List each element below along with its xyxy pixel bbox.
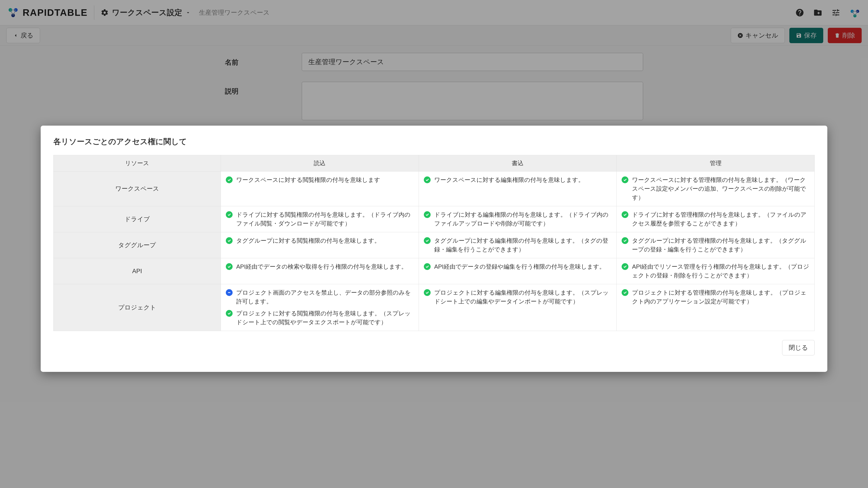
permission-item: API経由でリソース管理を行う権限の付与を意味します。（プロジェクトの登録・削除… xyxy=(622,262,809,280)
minus-icon xyxy=(226,289,232,296)
check-icon xyxy=(424,263,431,270)
modal-title: 各リソースごとのアクセス権に関して xyxy=(53,136,815,147)
permission-item: ドライブに対する閲覧権限の付与を意味します。（ドライブ内のファイル閲覧・ダウンロ… xyxy=(226,210,414,228)
check-icon xyxy=(424,176,431,183)
write-cell: ドライブに対する編集権限の付与を意味します。（ドライブ内のファイルアップロードや… xyxy=(418,206,617,232)
permission-item: タググループに対する編集権限の付与を意味します。（タグの登録・編集を行うことがで… xyxy=(424,236,612,254)
check-icon xyxy=(622,237,628,244)
read-cell: ドライブに対する閲覧権限の付与を意味します。（ドライブ内のファイル閲覧・ダウンロ… xyxy=(221,206,419,232)
check-icon xyxy=(226,211,232,218)
read-cell: ワークスペースに対する閲覧権限の付与を意味します xyxy=(221,171,419,206)
resource-cell: ワークスペース xyxy=(54,171,221,206)
resource-cell: API xyxy=(54,258,221,284)
read-cell: タググループに対する閲覧権限の付与を意味します。 xyxy=(221,232,419,258)
close-button[interactable]: 閉じる xyxy=(782,340,815,355)
read-cell: プロジェクト画面のアクセスを禁止し、データの部分参照のみを許可します。プロジェク… xyxy=(221,284,419,331)
col-read: 読込 xyxy=(221,155,419,171)
check-icon xyxy=(622,176,628,183)
table-row: ドライブドライブに対する閲覧権限の付与を意味します。（ドライブ内のファイル閲覧・… xyxy=(54,206,815,232)
check-icon xyxy=(424,237,431,244)
admin-cell: ドライブに対する管理権限の付与を意味します。（ファイルのアクセス履歴を参照するこ… xyxy=(617,206,815,232)
permission-item: プロジェクト画面のアクセスを禁止し、データの部分参照のみを許可します。 xyxy=(226,288,414,306)
permission-item: API経由でデータの登録や編集を行う権限の付与を意味します。 xyxy=(424,262,612,271)
col-write: 書込 xyxy=(418,155,617,171)
resource-cell: タググループ xyxy=(54,232,221,258)
permission-item: API経由でデータの検索や取得を行う権限の付与を意味します。 xyxy=(226,262,414,271)
check-icon xyxy=(622,263,628,270)
write-cell: タググループに対する編集権限の付与を意味します。（タグの登録・編集を行うことがで… xyxy=(418,232,617,258)
permission-item: タググループに対する閲覧権限の付与を意味します。 xyxy=(226,236,414,245)
resource-cell: ドライブ xyxy=(54,206,221,232)
table-row: タググループタググループに対する閲覧権限の付与を意味します。タググループに対する… xyxy=(54,232,815,258)
permission-item: ワークスペースに対する管理権限の付与を意味します。（ワークスペース設定やメンバー… xyxy=(622,175,809,202)
write-cell: プロジェクトに対する編集権限の付与を意味します。（スプレッドシート上での編集やデ… xyxy=(418,284,617,331)
permission-item: タググループに対する管理権限の付与を意味します。（タググループの登録・編集を行う… xyxy=(622,236,809,254)
permission-item: プロジェクトに対する管理権限の付与を意味します。（プロジェクト内のアプリケーショ… xyxy=(622,288,809,306)
permission-item: ワークスペースに対する閲覧権限の付与を意味します xyxy=(226,175,414,184)
table-row: プロジェクトプロジェクト画面のアクセスを禁止し、データの部分参照のみを許可します… xyxy=(54,284,815,331)
read-cell: API経由でデータの検索や取得を行う権限の付与を意味します。 xyxy=(221,258,419,284)
permission-item: ワークスペースに対する編集権限の付与を意味します。 xyxy=(424,175,612,184)
check-icon xyxy=(424,211,431,218)
col-admin: 管理 xyxy=(617,155,815,171)
check-icon xyxy=(622,211,628,218)
check-icon xyxy=(424,289,431,296)
check-icon xyxy=(226,310,232,317)
admin-cell: API経由でリソース管理を行う権限の付与を意味します。（プロジェクトの登録・削除… xyxy=(617,258,815,284)
table-row: ワークスペースワークスペースに対する閲覧権限の付与を意味しますワークスペースに対… xyxy=(54,171,815,206)
permission-item: ドライブに対する管理権限の付与を意味します。（ファイルのアクセス履歴を参照するこ… xyxy=(622,210,809,228)
check-icon xyxy=(226,176,232,183)
write-cell: API経由でデータの登録や編集を行う権限の付与を意味します。 xyxy=(418,258,617,284)
col-resource: リソース xyxy=(54,155,221,171)
permission-item: プロジェクトに対する閲覧権限の付与を意味します。（スプレッドシート上での閲覧やデ… xyxy=(226,309,414,327)
check-icon xyxy=(226,263,232,270)
admin-cell: タググループに対する管理権限の付与を意味します。（タググループの登録・編集を行う… xyxy=(617,232,815,258)
resource-cell: プロジェクト xyxy=(54,284,221,331)
write-cell: ワークスペースに対する編集権限の付与を意味します。 xyxy=(418,171,617,206)
admin-cell: ワークスペースに対する管理権限の付与を意味します。（ワークスペース設定やメンバー… xyxy=(617,171,815,206)
modal-overlay[interactable]: 各リソースごとのアクセス権に関して リソース 読込 書込 管理 ワークスペースワ… xyxy=(0,0,868,488)
table-row: APIAPI経由でデータの検索や取得を行う権限の付与を意味します。API経由でデ… xyxy=(54,258,815,284)
admin-cell: プロジェクトに対する管理権限の付与を意味します。（プロジェクト内のアプリケーショ… xyxy=(617,284,815,331)
permission-item: ドライブに対する編集権限の付与を意味します。（ドライブ内のファイルアップロードや… xyxy=(424,210,612,228)
check-icon xyxy=(226,237,232,244)
permissions-table: リソース 読込 書込 管理 ワークスペースワークスペースに対する閲覧権限の付与を… xyxy=(53,155,815,331)
check-icon xyxy=(622,289,628,296)
permission-item: プロジェクトに対する編集権限の付与を意味します。（スプレッドシート上での編集やデ… xyxy=(424,288,612,306)
permissions-modal: 各リソースごとのアクセス権に関して リソース 読込 書込 管理 ワークスペースワ… xyxy=(41,126,827,372)
